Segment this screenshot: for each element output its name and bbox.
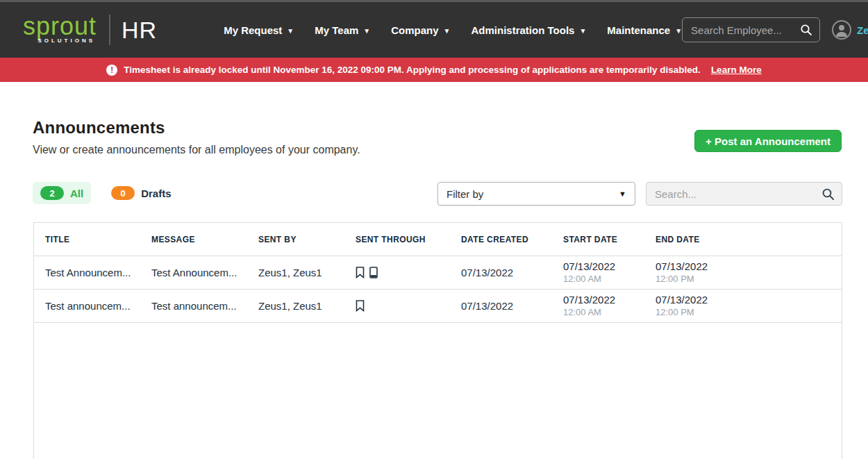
row-sent-by: Zeus1, Zeus1	[247, 300, 344, 312]
chevron-down-icon: ▼	[363, 27, 370, 35]
page-subtitle: View or create announcements for all emp…	[33, 144, 360, 156]
main-nav-menu: My Request ▼ My Team ▼ Company ▼ Adminis…	[224, 24, 682, 36]
user-name: Zeus1	[857, 24, 868, 36]
nav-item-maintenance[interactable]: Maintenance ▼	[607, 24, 682, 36]
end-time: 12:00 PM	[656, 274, 842, 285]
all-count-badge: 2	[40, 186, 64, 200]
col-header-end-date: END DATE	[644, 235, 842, 244]
nav-item-label: Maintenance	[607, 24, 670, 36]
row-title: Test announcem...	[34, 300, 140, 312]
start-date: 07/13/2022	[563, 260, 644, 274]
col-header-sent-by: SENT BY	[247, 235, 344, 244]
nav-item-company[interactable]: Company ▼	[391, 24, 450, 36]
row-end-date: 07/13/2022 12:00 PM	[644, 260, 842, 285]
start-time: 12:00 AM	[563, 274, 644, 285]
end-time: 12:00 PM	[656, 307, 842, 318]
announcement-search-box	[646, 182, 842, 206]
row-message: Test Announcem...	[140, 267, 247, 278]
learn-more-link[interactable]: Learn More	[711, 65, 762, 75]
sprout-logo-subtext: SOLUTIONS	[37, 38, 95, 44]
alert-message: Timesheet is already locked until Novemb…	[124, 65, 701, 75]
announcements-page: Announcements View or create announcemen…	[0, 82, 868, 459]
timesheet-lock-alert: ! Timesheet is already locked until Nove…	[0, 58, 868, 82]
nav-item-label: My Team	[315, 24, 358, 36]
chevron-down-icon: ▼	[444, 27, 451, 35]
list-controls: 2 All 0 Drafts Filter by ▼	[0, 182, 868, 206]
drafts-count-badge: 0	[111, 186, 135, 200]
exclamation-circle-icon: !	[106, 65, 117, 76]
bookmark-icon	[356, 267, 365, 278]
user-avatar-icon	[832, 20, 851, 40]
nav-item-label: Administration Tools	[471, 24, 575, 36]
bookmark-icon	[356, 300, 365, 312]
end-date: 07/13/2022	[656, 260, 842, 274]
brand-logo[interactable]: sprout SOLUTIONS HR	[23, 15, 157, 45]
end-date: 07/13/2022	[656, 294, 842, 307]
announcement-tabs: 2 All 0 Drafts	[33, 182, 179, 204]
employee-search-input[interactable]	[691, 24, 800, 36]
row-message: Test announcem...	[140, 300, 247, 312]
product-name: HR	[122, 17, 157, 44]
chevron-down-icon: ▼	[287, 27, 294, 35]
col-header-start-date: START DATE	[552, 235, 644, 244]
row-date-created: 07/13/2022	[450, 267, 552, 278]
chevron-down-icon: ▼	[675, 27, 682, 35]
navbar-right: Zeus1 ▼	[682, 17, 868, 42]
col-header-message: MESSAGE	[140, 235, 247, 244]
announcements-table: TITLE MESSAGE SENT BY SENT THROUGH DATE …	[33, 222, 842, 459]
top-navbar: sprout SOLUTIONS HR My Request ▼ My Team…	[0, 0, 868, 58]
row-sent-by: Zeus1, Zeus1	[247, 267, 344, 278]
employee-search-box	[682, 17, 820, 42]
nav-item-label: Company	[391, 24, 438, 36]
announcement-search-input[interactable]	[655, 188, 821, 200]
row-sent-through	[344, 267, 450, 278]
row-date-created: 07/13/2022	[450, 300, 552, 312]
filter-by-value: Filter by	[446, 188, 619, 200]
mobile-icon	[369, 267, 378, 278]
post-announcement-button[interactable]: + Post an Announcement	[694, 130, 842, 152]
tab-drafts-label: Drafts	[141, 187, 171, 199]
user-menu[interactable]: Zeus1 ▼	[832, 20, 868, 40]
search-icon[interactable]	[821, 187, 835, 201]
table-row[interactable]: Test Announcem... Test Announcem... Zeus…	[34, 256, 842, 290]
tab-all[interactable]: 2 All	[33, 182, 91, 204]
dropdown-caret-icon: ▼	[619, 190, 626, 198]
row-sent-through	[344, 300, 450, 312]
row-title: Test Announcem...	[34, 267, 140, 278]
tab-all-label: All	[70, 187, 83, 199]
nav-item-label: My Request	[224, 24, 282, 36]
tab-drafts[interactable]: 0 Drafts	[103, 182, 178, 204]
nav-item-my-request[interactable]: My Request ▼	[224, 24, 294, 36]
row-end-date: 07/13/2022 12:00 PM	[644, 294, 842, 318]
sprout-logo: sprout SOLUTIONS	[23, 16, 97, 44]
start-time: 12:00 AM	[563, 307, 644, 318]
search-icon[interactable]	[800, 24, 812, 36]
logo-divider	[109, 15, 110, 45]
col-header-sent-through: SENT THROUGH	[344, 235, 450, 244]
table-row[interactable]: Test announcem... Test announcem... Zeus…	[34, 290, 842, 323]
page-title: Announcements	[33, 118, 165, 137]
sprout-logo-text: sprout	[23, 16, 97, 37]
table-header-row: TITLE MESSAGE SENT BY SENT THROUGH DATE …	[34, 223, 842, 256]
row-start-date: 07/13/2022 12:00 AM	[552, 260, 644, 285]
col-header-date-created: DATE CREATED	[450, 235, 552, 244]
chevron-down-icon: ▼	[579, 27, 586, 35]
row-start-date: 07/13/2022 12:00 AM	[552, 294, 644, 318]
start-date: 07/13/2022	[563, 294, 644, 307]
col-header-title: TITLE	[34, 235, 140, 244]
filter-by-dropdown[interactable]: Filter by ▼	[437, 182, 635, 206]
nav-item-my-team[interactable]: My Team ▼	[315, 24, 370, 36]
nav-item-administration-tools[interactable]: Administration Tools ▼	[471, 24, 587, 36]
